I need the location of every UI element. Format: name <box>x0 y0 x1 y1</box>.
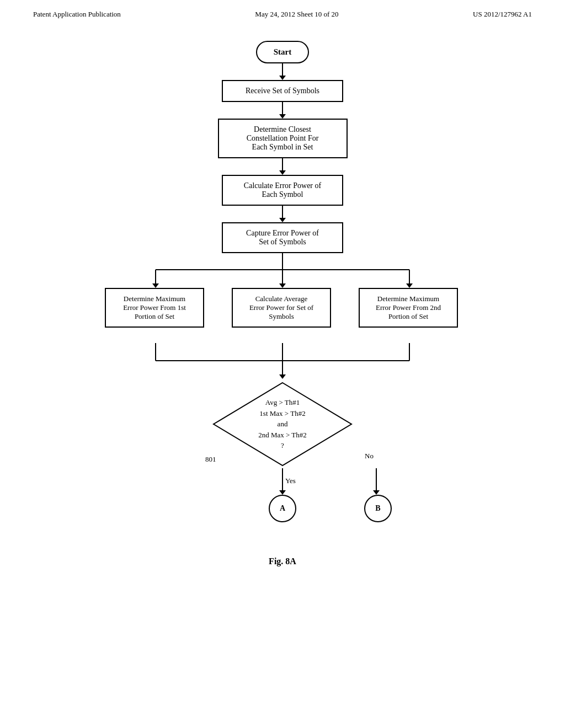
box-calc-error: Calculate Error Power ofEach Symbol <box>222 175 343 206</box>
box-max-error-2nd: Determine MaximumError Power From 2ndPor… <box>359 288 458 328</box>
arrow-4 <box>279 206 286 222</box>
page-header: Patent Application Publication May 24, 2… <box>0 0 565 24</box>
header-middle: May 24, 2012 Sheet 10 of 20 <box>255 10 338 19</box>
arrow-1 <box>279 63 286 80</box>
yes-no-section: Yes No A B <box>145 468 420 534</box>
box-max-error-1st: Determine MaximumError Power From 1stPor… <box>105 288 204 328</box>
arrow-2 <box>279 102 286 119</box>
header-right: US 2012/127962 A1 <box>473 10 532 19</box>
svg-marker-5 <box>279 283 286 288</box>
header-left: Patent Application Publication <box>33 10 121 19</box>
diamond-decision: Avg > Th#11st Max > Th#2and2nd Max > Th#… <box>211 380 354 468</box>
svg-marker-16 <box>279 490 286 495</box>
figure-label: Fig. 8A <box>269 556 296 566</box>
flowchart-diagram: Start Receive Set of Symbols Determine C… <box>0 24 565 566</box>
yes-label: Yes <box>285 477 296 485</box>
box-constellation: Determine ClosestConstellation Point For… <box>218 119 348 158</box>
branch-section: Determine MaximumError Power From 1stPor… <box>89 253 476 397</box>
label-801: 801 <box>205 455 216 464</box>
box-capture-error: Capture Error Power ofSet of Symbols <box>222 222 343 253</box>
start-shape: Start <box>256 41 310 63</box>
svg-marker-7 <box>406 283 413 288</box>
terminal-a: A <box>269 495 296 522</box>
svg-marker-13 <box>279 374 286 379</box>
terminal-b: B <box>364 495 392 522</box>
box-avg-error: Calculate AverageError Power for Set ofS… <box>232 288 331 328</box>
svg-marker-3 <box>152 283 159 288</box>
arrow-3 <box>279 158 286 175</box>
box-receive-symbols: Receive Set of Symbols <box>222 80 343 102</box>
no-label: No <box>365 452 374 461</box>
svg-marker-19 <box>373 490 380 495</box>
diamond-text: Avg > Th#11st Max > Th#2and2nd Max > Th#… <box>258 397 307 451</box>
